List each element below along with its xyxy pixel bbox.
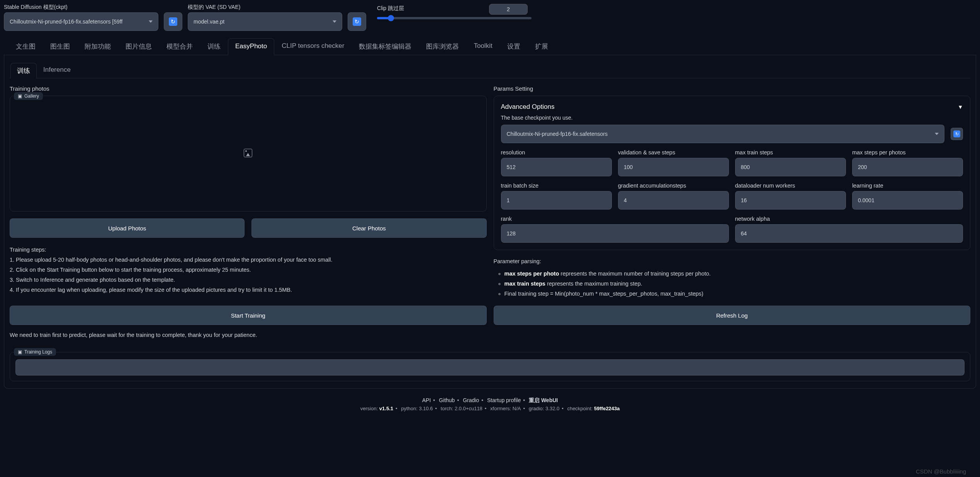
vae-label: 模型的 VAE (SD VAE) [188, 4, 342, 11]
label-max-train: max train steps [735, 149, 846, 156]
tab-txt2img[interactable]: 文生图 [8, 38, 43, 55]
input-num-workers[interactable] [735, 191, 846, 210]
gallery-label: ▣ Gallery [14, 92, 43, 100]
tab-png-info[interactable]: 图片信息 [118, 38, 159, 55]
tab-tag-editor[interactable]: 数据集标签编辑器 [352, 38, 419, 55]
reload-icon: ↻ [353, 17, 361, 26]
training-logs-panel: ▣ Training Logs [10, 352, 970, 381]
label-max-photo: max steps per photos [852, 149, 963, 156]
chevron-down-icon [333, 20, 336, 23]
input-validation[interactable] [618, 158, 729, 176]
gallery[interactable]: ▣ Gallery [10, 96, 487, 211]
parameter-parsing: Parameter parsing: max steps per photo r… [494, 256, 971, 299]
chevron-down-icon [149, 20, 153, 23]
footer-link-github[interactable]: Github [439, 397, 455, 403]
subtab-train[interactable]: 训练 [10, 63, 37, 78]
steps-heading: Training steps: [10, 245, 487, 255]
base-ckpt-select[interactable]: Chilloutmix-Ni-pruned-fp16-fix.safetenso… [501, 125, 945, 143]
input-max-train[interactable] [735, 158, 846, 176]
label-validation: validation & save steps [618, 149, 729, 156]
base-ckpt-reload-button[interactable]: ↻ [951, 128, 963, 140]
ckpt-reload-button[interactable]: ↻ [164, 12, 182, 31]
vae-select[interactable]: model.vae.pt [188, 12, 342, 31]
clear-photos-button[interactable]: Clear Photos [251, 218, 486, 238]
training-steps-instructions: Training steps: 1. Please upload 5-20 ha… [10, 245, 487, 295]
tab-extras[interactable]: 附加功能 [77, 38, 118, 55]
params-title: Params Setting [494, 85, 971, 92]
footer-version-label: version: [360, 406, 379, 411]
input-batch-size[interactable] [501, 191, 612, 210]
footer-torch: torch: 2.0.0+cu118 [441, 406, 482, 411]
input-resolution[interactable] [501, 158, 612, 176]
pp-line-3: Final training step = Min(photo_num * ma… [504, 289, 971, 299]
footer-link-startup[interactable]: Startup profile [487, 397, 521, 403]
image-placeholder-icon [244, 149, 252, 159]
vae-value: model.vae.pt [194, 19, 224, 25]
tab-easyphoto[interactable]: EasyPhoto [228, 38, 274, 55]
training-photos-title: Training photos [10, 85, 487, 92]
footer-version: v1.5.1 [379, 406, 393, 411]
input-grad-accum[interactable] [618, 191, 729, 210]
triangle-down-icon: ▼ [958, 104, 963, 110]
footer-python: python: 3.10.6 [401, 406, 433, 411]
footer-link-gradio[interactable]: Gradio [463, 397, 479, 403]
input-learning-rate[interactable] [852, 191, 963, 210]
footer-ckpt: 59ffe2243a [594, 406, 620, 411]
step-4: 4. If you encounter lag when uploading, … [10, 285, 487, 295]
reload-icon: ↻ [953, 130, 960, 137]
step-3: 3. Switch to Inference and generate phot… [10, 275, 487, 285]
logs-icon: ▣ [18, 349, 22, 355]
start-training-button[interactable]: Start Training [10, 306, 487, 325]
step-2: 2. Click on the Start Training button be… [10, 265, 487, 275]
training-logs-label: ▣ Training Logs [14, 348, 56, 356]
label-rank: rank [501, 216, 729, 222]
footer-gradio: gradio: 3.32.0 [529, 406, 560, 411]
label-resolution: resolution [501, 149, 612, 156]
ckpt-value: Chilloutmix-Ni-pruned-fp16-fix.safetenso… [10, 19, 122, 25]
clip-value[interactable]: 2 [489, 4, 528, 15]
tab-image-browser[interactable]: 图库浏览器 [419, 38, 466, 55]
label-batch-size: train batch size [501, 183, 612, 189]
ckpt-label: Stable Diffusion 模型(ckpt) [4, 4, 158, 11]
tab-train[interactable]: 训练 [200, 38, 228, 55]
footer-xformers: xformers: N/A [490, 406, 521, 411]
subtab-inference[interactable]: Inference [37, 63, 77, 78]
main-tabs: 文生图 图生图 附加功能 图片信息 模型合并 训练 EasyPhoto CLIP… [4, 38, 976, 55]
training-logs-input[interactable] [15, 359, 965, 376]
vae-reload-button[interactable]: ↻ [348, 12, 366, 31]
tab-settings[interactable]: 设置 [500, 38, 528, 55]
ckpt-hint: The base checkpoint you use. [501, 115, 963, 121]
label-num-workers: dataloader num workers [735, 183, 846, 189]
tab-clip-checker[interactable]: CLIP tensors checker [274, 38, 352, 55]
footer-link-api[interactable]: API [422, 397, 431, 403]
pp-line-1: max steps per photo represents the maxim… [504, 269, 971, 279]
label-grad-accum: gradient accumulationsteps [618, 183, 729, 189]
params-box: Advanced Options ▼ The base checkpoint y… [494, 96, 971, 250]
input-max-photo[interactable] [852, 158, 963, 176]
pp-title: Parameter parsing: [494, 256, 971, 266]
footer-ckpt-label: checkpoint: [567, 406, 594, 411]
tab-toolkit[interactable]: Toolkit [466, 38, 499, 55]
reload-icon: ↻ [169, 17, 177, 26]
footer-link-restart[interactable]: 重启 WebUI [529, 397, 558, 403]
refresh-log-button[interactable]: Refresh Log [494, 306, 971, 325]
tab-img2img[interactable]: 图生图 [43, 38, 77, 55]
input-network-alpha[interactable] [735, 224, 963, 243]
clip-label: Clip 跳过层 [377, 5, 404, 12]
label-network-alpha: network alpha [735, 216, 963, 222]
ckpt-select[interactable]: Chilloutmix-Ni-pruned-fp16-fix.safetenso… [4, 12, 158, 31]
step-1: 1. Please upload 5-20 half-body photos o… [10, 255, 487, 265]
tab-merge[interactable]: 模型合并 [159, 38, 200, 55]
upload-photos-button[interactable]: Upload Photos [10, 218, 245, 238]
pp-line-2: max train steps represents the maximum t… [504, 279, 971, 289]
gallery-icon: ▣ [18, 93, 22, 99]
base-ckpt-value: Chilloutmix-Ni-pruned-fp16-fix.safetenso… [507, 131, 608, 137]
patience-text: We need to train first to predict, pleas… [10, 332, 970, 338]
tab-extensions[interactable]: 扩展 [528, 38, 555, 55]
clip-slider[interactable] [377, 17, 532, 19]
label-learning-rate: learning rate [852, 183, 963, 189]
chevron-down-icon [935, 133, 939, 135]
advanced-options-toggle[interactable]: Advanced Options ▼ [501, 103, 963, 111]
input-rank[interactable] [501, 224, 729, 243]
slider-thumb[interactable] [388, 15, 394, 21]
